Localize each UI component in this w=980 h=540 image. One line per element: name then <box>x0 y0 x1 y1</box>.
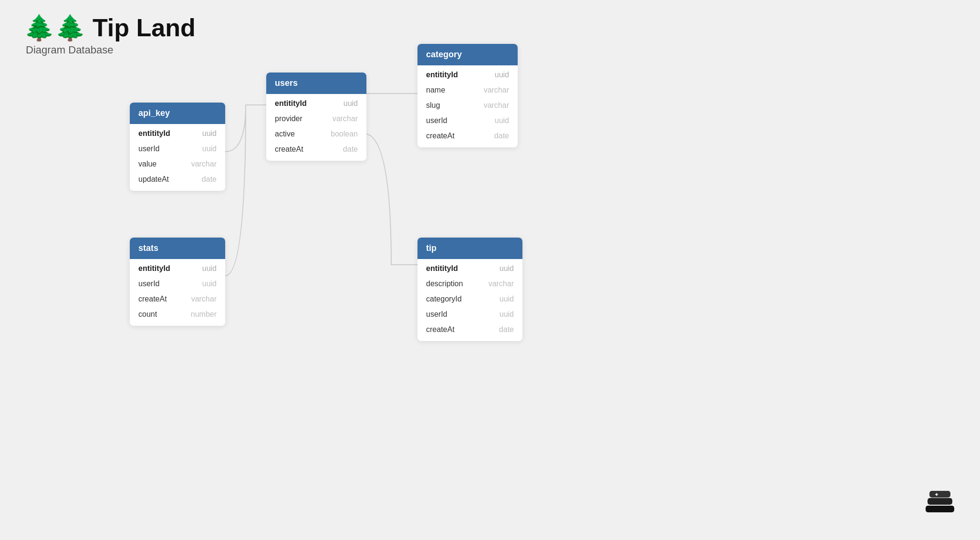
svg-rect-0 <box>926 506 954 512</box>
table-category: category entitityId uuid name varchar sl… <box>417 44 518 147</box>
table-row: entitityId uuid <box>130 126 225 141</box>
header: 🌲🌲 Tip Land Diagram Database <box>24 13 196 56</box>
table-row: createAt date <box>417 128 518 144</box>
table-row: categoryId uuid <box>417 291 522 307</box>
table-row: userId uuid <box>130 141 225 156</box>
svg-rect-2 <box>929 491 950 498</box>
app-title: 🌲🌲 Tip Land <box>24 13 196 42</box>
table-row: updateAt date <box>130 172 225 187</box>
table-api-key: api_key entitityId uuid userId uuid valu… <box>130 103 225 191</box>
table-row: description varchar <box>417 276 522 291</box>
table-stats: stats entitityId uuid userId uuid create… <box>130 238 225 326</box>
table-row: entitityId uuid <box>417 67 518 83</box>
app-subtitle: Diagram Database <box>26 44 196 56</box>
table-api-key-header: api_key <box>130 103 225 124</box>
table-row: entitityId uuid <box>266 96 366 111</box>
table-row: count number <box>130 307 225 322</box>
table-row: name varchar <box>417 83 518 98</box>
table-stats-header: stats <box>130 238 225 259</box>
bottom-logo: ✦ <box>921 485 959 523</box>
table-tip-header: tip <box>417 238 522 259</box>
table-row: entitityId uuid <box>417 261 522 276</box>
table-row: userId uuid <box>417 113 518 128</box>
table-row: entitityId uuid <box>130 261 225 276</box>
table-category-header: category <box>417 44 518 65</box>
table-row: slug varchar <box>417 98 518 113</box>
table-tip: tip entitityId uuid description varchar … <box>417 238 522 341</box>
table-row: createAt varchar <box>130 291 225 307</box>
table-row: createAt date <box>417 322 522 337</box>
svg-text:✦: ✦ <box>934 491 939 498</box>
svg-rect-1 <box>928 498 952 505</box>
table-row: active boolean <box>266 126 366 142</box>
table-row: value varchar <box>130 156 225 172</box>
table-row: userId uuid <box>130 276 225 291</box>
table-row: userId uuid <box>417 307 522 322</box>
table-row: createAt date <box>266 142 366 157</box>
table-users-header: users <box>266 73 366 94</box>
table-users: users entitityId uuid provider varchar a… <box>266 73 366 161</box>
table-row: provider varchar <box>266 111 366 126</box>
tree-icon: 🌲🌲 <box>24 15 86 40</box>
